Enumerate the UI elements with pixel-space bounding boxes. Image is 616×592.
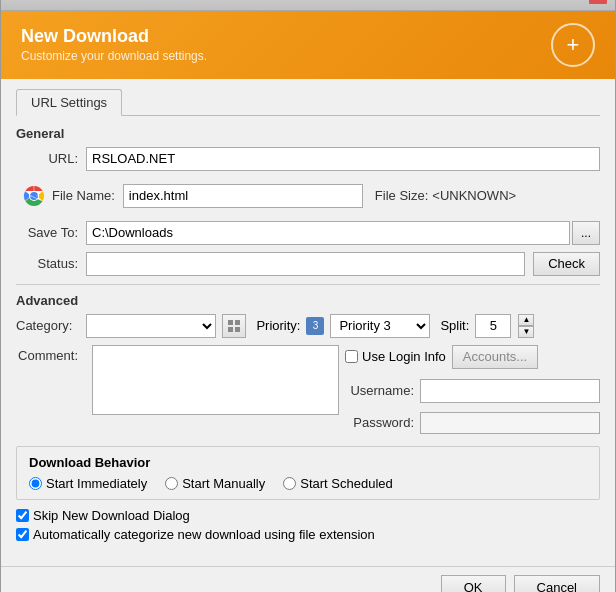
- url-row: URL:: [16, 147, 600, 171]
- split-label: Split:: [440, 318, 469, 333]
- priority-label: Priority:: [256, 318, 300, 333]
- window-title: New: [27, 0, 589, 2]
- auto-categorize-text: Automatically categorize new download us…: [33, 527, 375, 542]
- title-bar: New ✕: [1, 0, 615, 11]
- tab-bar: URL Settings: [16, 89, 600, 116]
- use-login-label: Use Login Info: [362, 349, 446, 364]
- split-input[interactable]: [475, 314, 511, 338]
- file-size-value: <UNKNOWN>: [432, 188, 516, 203]
- start-immediately-text: Start Immediately: [46, 476, 147, 491]
- username-input[interactable]: [420, 379, 600, 403]
- start-manually-text: Start Manually: [182, 476, 265, 491]
- accounts-button[interactable]: Accounts...: [452, 345, 538, 369]
- advanced-section-label: Advanced: [16, 293, 600, 308]
- footer: OK Cancel: [1, 566, 615, 593]
- section-divider: [16, 284, 600, 285]
- priority-select[interactable]: Priority 3 Priority 1 Priority 2 Priorit…: [330, 314, 430, 338]
- priority-icon: 3: [306, 317, 324, 335]
- file-size-label: File Size:: [375, 188, 428, 203]
- svg-rect-11: [228, 327, 233, 332]
- status-row: Status: Check: [16, 252, 600, 276]
- add-icon: +: [551, 23, 595, 67]
- login-panel: Use Login Info Accounts... Username: Pas…: [345, 345, 600, 438]
- username-label: Username:: [345, 383, 420, 398]
- start-manually-label[interactable]: Start Manually: [165, 476, 265, 491]
- username-row: Username:: [345, 379, 600, 403]
- save-to-label: Save To:: [16, 225, 86, 240]
- header-banner: New Download Customize your download set…: [1, 11, 615, 79]
- auto-categorize-checkbox-label[interactable]: Automatically categorize new download us…: [16, 527, 375, 542]
- start-immediately-label[interactable]: Start Immediately: [29, 476, 147, 491]
- start-immediately-radio[interactable]: [29, 477, 42, 490]
- auto-categorize-row: Automatically categorize new download us…: [16, 527, 600, 542]
- status-label: Status:: [16, 256, 86, 271]
- header-title: New Download: [21, 26, 207, 47]
- dialog-window: New ✕ New Download Customize your downlo…: [0, 0, 616, 592]
- use-login-checkbox[interactable]: [345, 350, 358, 363]
- save-to-row: Save To: ...: [16, 221, 600, 245]
- filename-row: File Name: File Size: <UNKNOWN>: [16, 178, 600, 214]
- password-input[interactable]: [420, 412, 600, 434]
- browse-button[interactable]: ...: [572, 221, 600, 245]
- ok-button[interactable]: OK: [441, 575, 506, 593]
- svg-rect-9: [228, 320, 233, 325]
- content-area: URL Settings General URL:: [1, 79, 615, 561]
- svg-rect-10: [235, 320, 240, 325]
- comment-section-row: Comment: Use Login Info Accounts... User…: [16, 345, 600, 438]
- tab-url-settings[interactable]: URL Settings: [16, 89, 122, 116]
- grid-icon: [227, 319, 241, 333]
- start-scheduled-radio[interactable]: [283, 477, 296, 490]
- use-login-checkbox-label[interactable]: Use Login Info: [345, 349, 446, 364]
- comment-textarea[interactable]: [92, 345, 339, 415]
- comment-label: Comment:: [16, 345, 86, 363]
- password-row: Password:: [345, 412, 600, 434]
- password-label: Password:: [345, 415, 420, 430]
- start-scheduled-text: Start Scheduled: [300, 476, 393, 491]
- url-input[interactable]: [86, 147, 600, 171]
- general-section-label: General: [16, 126, 600, 141]
- category-icon-button[interactable]: [222, 314, 246, 338]
- file-name-label: File Name:: [52, 188, 123, 203]
- header-text-group: New Download Customize your download set…: [21, 26, 207, 63]
- svg-rect-12: [235, 327, 240, 332]
- skip-dialog-checkbox-label[interactable]: Skip New Download Dialog: [16, 508, 190, 523]
- header-subtitle: Customize your download settings.: [21, 49, 207, 63]
- auto-categorize-checkbox[interactable]: [16, 528, 29, 541]
- split-spin-buttons: ▲ ▼: [518, 314, 534, 338]
- skip-dialog-row: Skip New Download Dialog: [16, 508, 600, 523]
- category-select[interactable]: [86, 314, 216, 338]
- start-scheduled-label[interactable]: Start Scheduled: [283, 476, 393, 491]
- status-input[interactable]: [86, 252, 525, 276]
- start-manually-radio[interactable]: [165, 477, 178, 490]
- check-button[interactable]: Check: [533, 252, 600, 276]
- advanced-row: Category: Priority: 3 Priority 3 Priorit…: [16, 314, 600, 338]
- spin-down-button[interactable]: ▼: [518, 326, 534, 338]
- download-behavior-section: Download Behavior Start Immediately Star…: [16, 446, 600, 500]
- file-name-input[interactable]: [123, 184, 363, 208]
- spin-up-button[interactable]: ▲: [518, 314, 534, 326]
- skip-dialog-checkbox[interactable]: [16, 509, 29, 522]
- skip-dialog-text: Skip New Download Dialog: [33, 508, 190, 523]
- save-to-input[interactable]: [86, 221, 570, 245]
- download-behavior-label: Download Behavior: [29, 455, 587, 470]
- url-label: URL:: [16, 151, 86, 166]
- login-row: Use Login Info Accounts...: [345, 345, 600, 369]
- radio-group: Start Immediately Start Manually Start S…: [29, 476, 587, 491]
- chrome-icon: [16, 178, 52, 214]
- cancel-button[interactable]: Cancel: [514, 575, 600, 593]
- category-label: Category:: [16, 318, 80, 333]
- close-button[interactable]: ✕: [589, 0, 607, 4]
